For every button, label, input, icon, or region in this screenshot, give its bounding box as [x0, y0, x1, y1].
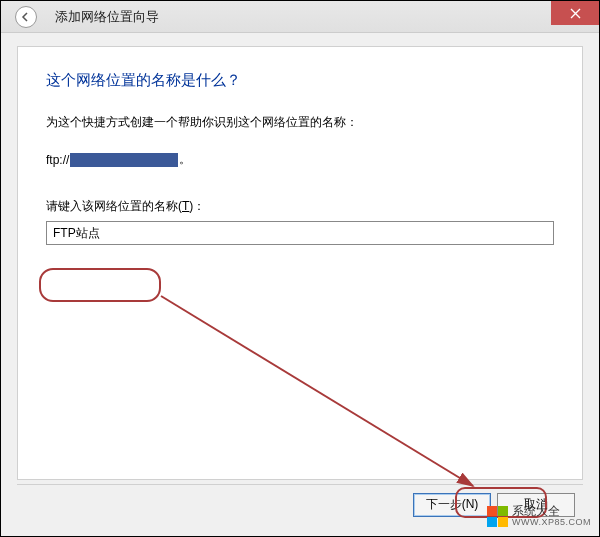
- next-button[interactable]: 下一步(N): [413, 493, 491, 517]
- close-icon: [570, 8, 581, 19]
- ftp-address-line: ftp:// 。: [46, 151, 554, 168]
- window-title: 添加网络位置向导: [55, 8, 159, 26]
- button-bar: 下一步(N) 取消: [17, 484, 583, 524]
- ftp-suffix: 。: [179, 151, 191, 168]
- cancel-button[interactable]: 取消: [497, 493, 575, 517]
- wizard-page: 这个网络位置的名称是什么？ 为这个快捷方式创建一个帮助你识别这个网络位置的名称：…: [17, 46, 583, 480]
- ftp-prefix: ftp://: [46, 153, 69, 167]
- ftp-redacted-host: [70, 153, 178, 167]
- back-arrow-icon: [20, 11, 32, 23]
- page-heading: 这个网络位置的名称是什么？: [46, 71, 554, 90]
- instruction-text: 为这个快捷方式创建一个帮助你识别这个网络位置的名称：: [46, 114, 554, 131]
- location-name-input[interactable]: [46, 221, 554, 245]
- title-bar: 添加网络位置向导: [1, 1, 599, 33]
- back-button[interactable]: [15, 6, 37, 28]
- close-button[interactable]: [551, 1, 599, 25]
- name-input-label: 请键入该网络位置的名称(T)：: [46, 198, 554, 215]
